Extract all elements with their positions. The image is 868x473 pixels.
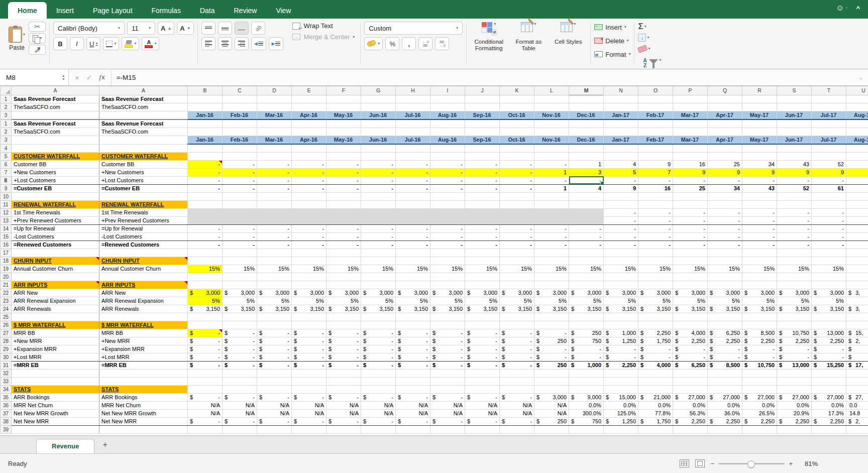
frozen-cell-R3[interactable]: May-17 [742,111,777,120]
cell-B5[interactable] [188,152,223,160]
cell-G22[interactable]: $3,000 [361,289,396,297]
cell-E5[interactable] [292,152,327,160]
cell-N37[interactable]: 125.0% [604,409,638,417]
cell-P13[interactable]: - [673,216,708,224]
cell-E30[interactable]: $- [292,353,327,361]
cell-Q19[interactable]: 15% [708,265,742,273]
cell-R18[interactable] [742,257,777,265]
cell-N6[interactable]: 4 [604,160,638,168]
frozen-cell-D3[interactable]: Mar-16 [257,111,292,120]
cell-N39[interactable] [604,425,638,433]
cell-U15[interactable] [846,232,868,241]
cell-B18[interactable] [188,257,223,265]
cell-R39[interactable] [742,425,777,433]
cell-D12[interactable] [257,208,292,216]
cell-F32[interactable] [327,369,361,377]
cell-D29[interactable]: $- [257,345,292,353]
cell-E19[interactable]: 15% [292,265,327,273]
cell-O12[interactable]: - [638,208,673,216]
cell-B31[interactable]: $- [188,361,223,369]
frozen-cell-M1[interactable] [569,95,604,103]
row-header-19[interactable]: 19 [1,265,12,273]
cell-F14[interactable]: - [327,224,361,232]
cell-G28[interactable]: $- [361,337,396,345]
frozen-cell-I2[interactable] [430,103,465,111]
cell-D26[interactable] [257,321,292,329]
cell-N17[interactable] [604,249,638,257]
cell-G5[interactable] [361,152,396,160]
cell-T39[interactable] [812,425,846,433]
cell-B2[interactable] [188,128,223,136]
cell-L32[interactable] [534,369,569,377]
cell-O5[interactable] [638,152,673,160]
cell-U14[interactable] [846,224,868,232]
cell-A32[interactable] [12,369,99,377]
cell-P11[interactable] [673,200,708,208]
cell-L10[interactable] [534,192,569,200]
cell-C14[interactable]: - [223,224,257,232]
cell-D21[interactable] [257,281,292,289]
row-header-15[interactable]: 15 [1,232,12,241]
cell-I31[interactable]: $- [430,361,465,369]
cell-L23[interactable]: 5% [534,297,569,305]
cell-U2[interactable] [846,128,868,136]
clear-button[interactable]: ▾ [638,44,666,54]
cell-S16[interactable]: - [777,241,812,249]
cell-P21[interactable] [673,281,708,289]
cell-O25[interactable] [638,313,673,321]
row-header-16[interactable]: 16 [1,241,12,249]
cell-C12[interactable] [223,208,257,216]
cell-K10[interactable] [500,192,534,200]
row-header-28[interactable]: 28 [1,337,12,345]
cell-E36[interactable]: N/A [292,401,327,409]
cell-N21[interactable] [604,281,638,289]
cell-I12[interactable] [430,208,465,216]
cell-O11[interactable] [638,200,673,208]
cell-P3[interactable]: Mar-17 [673,136,708,145]
cell-A6[interactable]: Customer BB [12,160,99,168]
cell-E26[interactable] [292,321,327,329]
cell-R6[interactable]: 34 [742,160,777,168]
cell-H27[interactable]: $- [396,329,430,337]
cell-P31[interactable]: $6,250 [673,361,708,369]
cell-H2[interactable] [396,128,430,136]
cell-M21[interactable] [569,281,604,289]
cell-A31[interactable]: =MRR EB [12,361,99,369]
cell-L18[interactable] [534,257,569,265]
cell-U31[interactable]: $17, [846,361,868,369]
cell-F37[interactable]: N/A [327,409,361,417]
cell-I39[interactable] [430,425,465,433]
cell-N24[interactable]: $3,150 [604,305,638,313]
cell-G29[interactable]: $- [361,345,396,353]
cell-R12[interactable]: - [742,208,777,216]
cell-S28[interactable]: $2,250 [777,337,812,345]
cell-R22[interactable]: $3,000 [742,289,777,297]
cell-J28[interactable]: $- [465,337,500,345]
cell-B6[interactable]: - [188,160,223,168]
cell-N22[interactable]: $3,000 [604,289,638,297]
cell-K34[interactable] [500,385,534,393]
cell-I14[interactable]: - [430,224,465,232]
cell-L4[interactable] [534,144,569,152]
cell-M7[interactable]: 3 [569,168,604,176]
cell-C28[interactable]: $- [223,337,257,345]
cell-M20[interactable] [569,273,604,281]
cell-M24[interactable]: $3,150 [569,305,604,313]
cell-E32[interactable] [292,369,327,377]
frozen-cell-J2[interactable] [465,103,500,111]
cell-I23[interactable]: 5% [430,297,465,305]
cell-E18[interactable] [292,257,327,265]
cell-S13[interactable]: - [777,216,812,224]
frozen-cell-J3[interactable]: Sep-16 [465,111,500,120]
cell-N25[interactable] [604,313,638,321]
cell-N32[interactable] [604,369,638,377]
cell-H3[interactable]: Jul-16 [396,136,430,145]
cell-E39[interactable] [292,425,327,433]
cell-E10[interactable] [292,192,327,200]
cell-E38[interactable]: $- [292,417,327,425]
cell-K18[interactable] [500,257,534,265]
cell-A20[interactable] [12,273,99,281]
cell-G31[interactable]: $- [361,361,396,369]
cell-F38[interactable]: $- [327,417,361,425]
cell-D7[interactable]: - [257,168,292,176]
